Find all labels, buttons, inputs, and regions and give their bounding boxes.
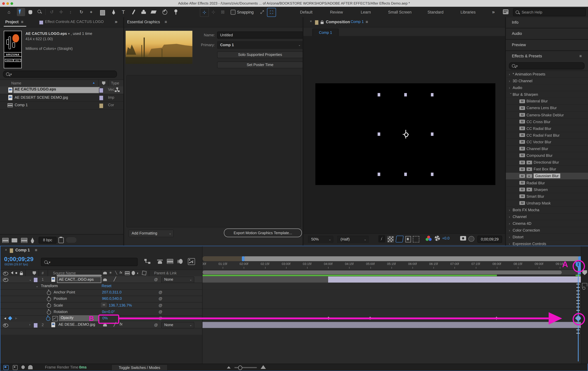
position-pickwhip-icon[interactable]: @ [159, 296, 162, 301]
effect-item-channel-blur[interactable]: 32Channel Blur [506, 146, 588, 153]
transparency-grid-icon[interactable] [387, 236, 394, 242]
label-column-tag-icon[interactable] [102, 81, 105, 85]
composition-lock-icon[interactable] [321, 21, 324, 25]
viewer-tab-comp1[interactable]: Comp 1 [312, 29, 339, 36]
roto-brush-tool[interactable] [160, 8, 169, 16]
source-name-column[interactable]: Source Name [53, 271, 76, 275]
export-template-button[interactable]: Export Motion Graphics Template... [224, 229, 302, 237]
zoom-out-mountain-icon[interactable] [227, 366, 231, 369]
effect-item-smart-blur[interactable]: 16Smart Blur [506, 193, 588, 200]
h-scrollbar-thumb[interactable] [203, 270, 562, 274]
mask-expansion-button[interactable]: ⛶ [267, 8, 276, 17]
rotation-tool[interactable]: ↻ [77, 8, 85, 16]
composition-menu-icon[interactable]: ≡ [366, 20, 368, 24]
local-axis-mode-button[interactable]: ⊹ [200, 8, 209, 17]
position-stopwatch-icon[interactable] [47, 297, 51, 301]
column-name[interactable]: Name [11, 81, 21, 85]
workspace-tab-libraries[interactable]: Libraries [461, 7, 476, 17]
keyframe-nav-left-arrow[interactable]: ◄ [3, 316, 7, 320]
graph-editor-icon[interactable] [188, 258, 195, 265]
chevron-right-icon[interactable]: › [509, 71, 513, 78]
workspace-overflow-button[interactable]: » [492, 7, 495, 17]
zoom-tool[interactable] [35, 8, 43, 16]
layer2-parent-dropdown[interactable]: None ⌄ [161, 322, 194, 328]
audio-column-speaker-icon[interactable] [10, 271, 13, 274]
effect-item-camera-lens-blur[interactable]: 32Camera Lens Blur [506, 105, 588, 112]
frame-blending-icon[interactable] [167, 259, 173, 264]
anchor-point-value[interactable]: 207.0,311.0 [102, 290, 122, 294]
opacity-graph-icon[interactable] [52, 316, 58, 321]
effects-presets-header[interactable]: Effects & Presets ≡ [506, 51, 588, 61]
project-tabs-overflow-icon[interactable]: » [115, 19, 117, 24]
expand-transfer-controls-icon[interactable] [13, 365, 18, 370]
workspace-tab-default[interactable]: Default [300, 7, 313, 17]
item-label-swatch[interactable] [99, 88, 104, 93]
brush-tool[interactable] [130, 8, 138, 16]
label-column-icon[interactable] [33, 271, 36, 275]
effects-group-3d-channel[interactable]: ›3D Channel [506, 78, 588, 84]
viewer-area[interactable] [304, 36, 505, 233]
shy-toggle-icon[interactable] [157, 259, 163, 264]
navigator-marker[interactable] [242, 256, 244, 261]
exposure-shutter-icon[interactable] [435, 236, 440, 241]
switches-adjustment-icon[interactable]: ◐ [137, 271, 139, 275]
layer2-name[interactable]: AE DESE...DEMO.jpg [59, 322, 95, 326]
chevron-right-icon[interactable]: › [509, 228, 513, 234]
layer1-duration-bar[interactable] [328, 276, 581, 283]
effect-item-bilateral-blur[interactable]: 32Bilateral Blur [506, 98, 588, 105]
tab-effect-controls[interactable]: Effect Controls AE CACTUS LOGO [45, 20, 113, 24]
layer2-expand-chevron[interactable]: › [29, 323, 31, 327]
expand-render-time-icon[interactable] [28, 365, 33, 369]
preview-panel-header[interactable]: Preview [506, 40, 588, 51]
orbit-camera-tool[interactable]: ↺ [48, 8, 56, 16]
timeline-tab-comp1[interactable]: Comp 1 [15, 248, 30, 252]
set-poster-time-button[interactable]: Set Poster Time [217, 62, 303, 68]
chevron-down-icon[interactable]: › [508, 93, 514, 97]
tab-essential-graphics[interactable]: Essential Graphics [127, 20, 160, 24]
layer1-name-box[interactable]: AE CACT...OGO.eps [57, 276, 101, 283]
snapshot-camera-icon[interactable] [460, 236, 466, 241]
effects-group-distort[interactable]: ›Distort [506, 234, 588, 241]
effect-item-sharpen[interactable]: 32▸Sharpen [506, 186, 588, 193]
position-value[interactable]: 960.0,540.0 [102, 296, 122, 301]
effects-group-color-correction[interactable]: ›Color Correction [506, 227, 588, 234]
view-axis-mode-button[interactable]: ⊠ [219, 8, 227, 16]
effect-item-compound-blur[interactable]: 32Compound Blur [506, 153, 588, 159]
tab-composition[interactable]: Composition [326, 20, 350, 24]
dolly-camera-tool[interactable]: ↕ [66, 8, 75, 16]
region-of-interest-icon[interactable] [396, 236, 404, 242]
show-snapshot-icon[interactable] [468, 236, 474, 242]
layer1-shy-icon[interactable] [103, 278, 107, 281]
exposure-value[interactable]: +0.0 [442, 236, 450, 240]
anchor-stopwatch-icon[interactable] [47, 291, 51, 295]
effect-item-unsharp-mask[interactable]: 32Unsharp Mask [506, 200, 588, 207]
interpret-footage-icon[interactable] [2, 238, 9, 243]
composition-mini-flowchart-icon[interactable] [144, 259, 150, 264]
layer-handle[interactable] [404, 93, 407, 97]
zoom-slider-knob[interactable] [238, 366, 242, 370]
anchor-pickwhip-icon[interactable]: @ [159, 290, 162, 294]
transform-group-row[interactable]: ⌄ Transform Reset [0, 283, 202, 290]
info-panel-header[interactable]: Info [506, 17, 588, 29]
timeline-search-box[interactable]: ▾ [41, 258, 137, 266]
chevron-right-icon[interactable]: › [509, 85, 513, 91]
effect-item-fast-box-blur[interactable]: 32▸Fast Box Blur [506, 166, 588, 173]
type-tool[interactable]: T [119, 8, 127, 16]
effect-item-camera-shake-deblur[interactable]: 32Camera-Shake Deblur [506, 112, 588, 119]
anchor-point-icon[interactable] [403, 130, 409, 139]
transform-reset-link[interactable]: Reset [102, 284, 111, 288]
navigator-body[interactable] [244, 256, 581, 261]
home-button[interactable]: ⌂ [5, 8, 13, 16]
effects-search-box[interactable]: ▾ [509, 62, 585, 69]
composition-comp-name[interactable]: Comp 1 [351, 20, 364, 24]
switches-quality-icon[interactable]: ╲ [115, 271, 117, 275]
transform-label[interactable]: Transform [41, 284, 58, 288]
position-row[interactable]: Position 960.0,540.0 @ [0, 296, 202, 303]
workspace-tab-small-screen[interactable]: Small Screen [388, 7, 411, 17]
keyframe-nav-diamond[interactable] [8, 316, 12, 320]
motion-blur-icon[interactable] [177, 259, 183, 264]
chevron-right-icon[interactable]: › [509, 221, 513, 227]
hand-tool[interactable] [26, 8, 34, 16]
rotation-value[interactable]: 0x+0.0° [102, 310, 115, 314]
effect-item-gaussian-blur[interactable]: 32▸Gaussian Blur [506, 173, 588, 179]
